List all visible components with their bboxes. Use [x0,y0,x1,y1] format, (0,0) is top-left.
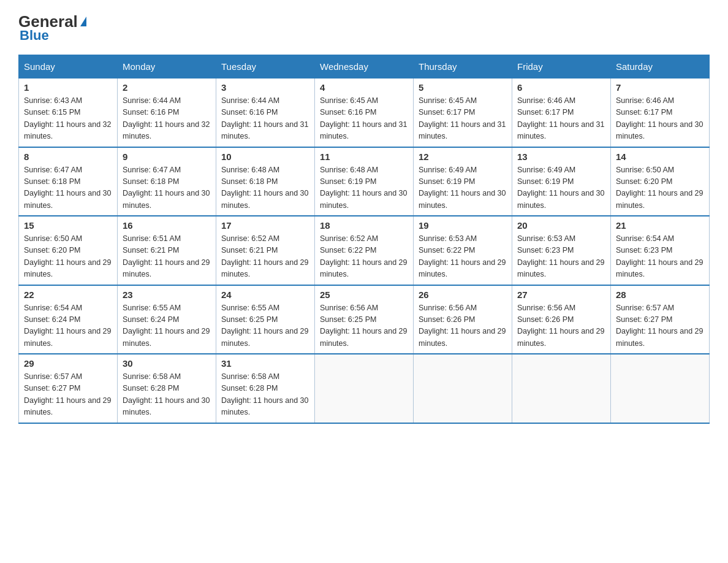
sunrise-label: Sunrise: 6:44 AM [123,96,181,105]
sunrise-label: Sunrise: 6:58 AM [123,372,181,381]
day-number: 7 [616,82,704,93]
day-number: 2 [123,82,211,93]
day-number: 22 [24,289,112,300]
sunrise-label: Sunrise: 6:45 AM [419,96,477,105]
calendar-cell: 15 Sunrise: 6:50 AM Sunset: 6:20 PM Dayl… [19,216,118,285]
sunset-label: Sunset: 6:27 PM [616,315,672,324]
daylight-label: Daylight: 11 hours and 32 minutes. [24,120,111,140]
sunset-label: Sunset: 6:16 PM [123,108,179,117]
sunset-label: Sunset: 6:18 PM [24,177,80,186]
sunset-label: Sunset: 6:20 PM [24,246,80,255]
daylight-label: Daylight: 11 hours and 29 minutes. [616,258,703,278]
calendar-week-2: 8 Sunrise: 6:47 AM Sunset: 6:18 PM Dayli… [19,147,710,216]
daylight-label: Daylight: 11 hours and 29 minutes. [123,327,210,347]
day-info: Sunrise: 6:57 AM Sunset: 6:27 PM Dayligh… [24,371,112,419]
calendar-cell: 16 Sunrise: 6:51 AM Sunset: 6:21 PM Dayl… [118,216,216,285]
day-number: 20 [517,220,605,231]
calendar-week-5: 29 Sunrise: 6:57 AM Sunset: 6:27 PM Dayl… [19,354,710,423]
day-number: 21 [616,220,704,231]
sunrise-label: Sunrise: 6:46 AM [616,96,674,105]
day-info: Sunrise: 6:44 AM Sunset: 6:16 PM Dayligh… [221,95,309,143]
sunset-label: Sunset: 6:19 PM [419,177,475,186]
calendar-cell: 1 Sunrise: 6:43 AM Sunset: 6:15 PM Dayli… [19,79,118,147]
daylight-label: Daylight: 11 hours and 29 minutes. [123,258,210,278]
calendar-cell: 13 Sunrise: 6:49 AM Sunset: 6:19 PM Dayl… [512,147,611,216]
daylight-label: Daylight: 11 hours and 29 minutes. [517,258,604,278]
sunset-label: Sunset: 6:26 PM [419,315,475,324]
header-wednesday: Wednesday [315,55,414,79]
day-number: 1 [24,82,112,93]
sunrise-label: Sunrise: 6:55 AM [221,304,279,312]
sunrise-label: Sunrise: 6:50 AM [616,166,674,174]
calendar-cell: 3 Sunrise: 6:44 AM Sunset: 6:16 PM Dayli… [216,79,315,147]
sunset-label: Sunset: 6:20 PM [616,177,672,186]
sunrise-label: Sunrise: 6:58 AM [221,372,279,381]
sunrise-label: Sunrise: 6:57 AM [616,304,674,312]
daylight-label: Daylight: 11 hours and 29 minutes. [24,396,111,416]
sunrise-label: Sunrise: 6:54 AM [616,234,674,243]
daylight-label: Daylight: 11 hours and 31 minutes. [221,120,308,140]
calendar-cell [315,354,414,423]
sunset-label: Sunset: 6:25 PM [320,315,376,324]
page-header: General Blue [18,12,710,44]
day-number: 16 [123,220,211,231]
logo-blue: Blue [18,28,49,44]
calendar-week-1: 1 Sunrise: 6:43 AM Sunset: 6:15 PM Dayli… [19,79,710,147]
daylight-label: Daylight: 11 hours and 29 minutes. [517,327,604,347]
sunset-label: Sunset: 6:19 PM [320,177,376,186]
day-number: 30 [123,358,211,369]
sunrise-label: Sunrise: 6:44 AM [221,96,279,105]
day-info: Sunrise: 6:58 AM Sunset: 6:28 PM Dayligh… [123,371,211,419]
sunrise-label: Sunrise: 6:47 AM [24,166,82,174]
daylight-label: Daylight: 11 hours and 29 minutes. [221,327,308,347]
day-info: Sunrise: 6:49 AM Sunset: 6:19 PM Dayligh… [517,164,605,212]
sunrise-label: Sunrise: 6:56 AM [419,304,477,312]
day-number: 12 [419,151,507,162]
sunset-label: Sunset: 6:21 PM [221,246,278,255]
calendar-cell: 28 Sunrise: 6:57 AM Sunset: 6:27 PM Dayl… [611,285,710,354]
daylight-label: Daylight: 11 hours and 31 minutes. [320,120,407,140]
header-sunday: Sunday [19,55,118,79]
day-info: Sunrise: 6:51 AM Sunset: 6:21 PM Dayligh… [123,233,211,281]
day-info: Sunrise: 6:46 AM Sunset: 6:17 PM Dayligh… [616,95,704,143]
day-number: 9 [123,151,211,162]
calendar-cell [512,354,611,423]
day-info: Sunrise: 6:52 AM Sunset: 6:21 PM Dayligh… [221,233,309,281]
logo-triangle-icon [80,17,86,26]
sunset-label: Sunset: 6:27 PM [24,384,80,393]
day-info: Sunrise: 6:49 AM Sunset: 6:19 PM Dayligh… [419,164,507,212]
calendar-cell: 30 Sunrise: 6:58 AM Sunset: 6:28 PM Dayl… [118,354,216,423]
day-info: Sunrise: 6:53 AM Sunset: 6:22 PM Dayligh… [419,233,507,281]
calendar-cell: 23 Sunrise: 6:55 AM Sunset: 6:24 PM Dayl… [118,285,216,354]
sunrise-label: Sunrise: 6:47 AM [123,166,181,174]
calendar-cell: 29 Sunrise: 6:57 AM Sunset: 6:27 PM Dayl… [19,354,118,423]
daylight-label: Daylight: 11 hours and 29 minutes. [24,327,111,347]
logo: General Blue [18,12,86,44]
calendar-cell: 8 Sunrise: 6:47 AM Sunset: 6:18 PM Dayli… [19,147,118,216]
calendar-cell: 17 Sunrise: 6:52 AM Sunset: 6:21 PM Dayl… [216,216,315,285]
day-info: Sunrise: 6:56 AM Sunset: 6:25 PM Dayligh… [320,302,408,350]
header-friday: Friday [512,55,611,79]
daylight-label: Daylight: 11 hours and 30 minutes. [123,189,210,209]
daylight-label: Daylight: 11 hours and 30 minutes. [221,189,308,209]
header-thursday: Thursday [414,55,512,79]
day-info: Sunrise: 6:45 AM Sunset: 6:17 PM Dayligh… [419,95,507,143]
calendar-cell: 25 Sunrise: 6:56 AM Sunset: 6:25 PM Dayl… [315,285,414,354]
sunrise-label: Sunrise: 6:51 AM [123,234,181,243]
day-info: Sunrise: 6:46 AM Sunset: 6:17 PM Dayligh… [517,95,605,143]
daylight-label: Daylight: 11 hours and 29 minutes. [221,258,308,278]
day-number: 31 [221,358,309,369]
sunrise-label: Sunrise: 6:50 AM [24,234,82,243]
calendar-cell: 22 Sunrise: 6:54 AM Sunset: 6:24 PM Dayl… [19,285,118,354]
day-info: Sunrise: 6:56 AM Sunset: 6:26 PM Dayligh… [517,302,605,350]
day-info: Sunrise: 6:48 AM Sunset: 6:18 PM Dayligh… [221,164,309,212]
calendar-week-4: 22 Sunrise: 6:54 AM Sunset: 6:24 PM Dayl… [19,285,710,354]
sunset-label: Sunset: 6:24 PM [123,315,179,324]
calendar-cell: 31 Sunrise: 6:58 AM Sunset: 6:28 PM Dayl… [216,354,315,423]
sunset-label: Sunset: 6:18 PM [221,177,278,186]
daylight-label: Daylight: 11 hours and 30 minutes. [24,189,111,209]
sunset-label: Sunset: 6:28 PM [123,384,179,393]
day-info: Sunrise: 6:50 AM Sunset: 6:20 PM Dayligh… [24,233,112,281]
day-number: 8 [24,151,112,162]
sunset-label: Sunset: 6:26 PM [517,315,574,324]
